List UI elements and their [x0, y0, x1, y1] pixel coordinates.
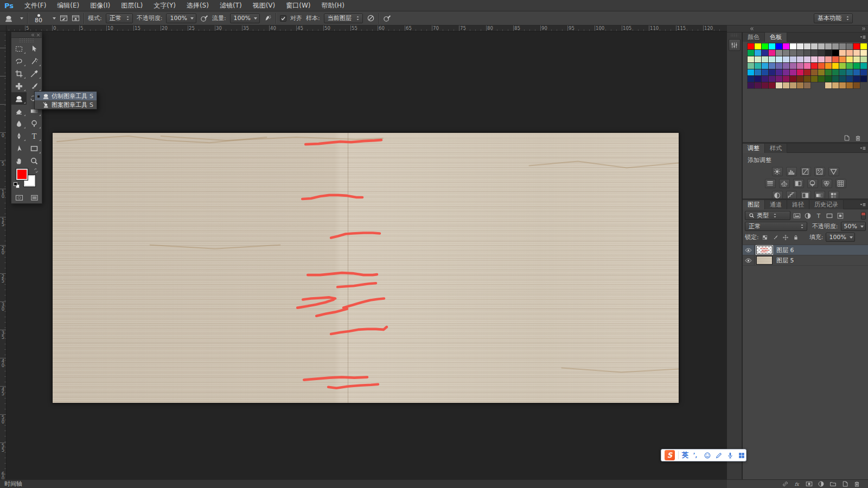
color-swatch[interactable] [797, 56, 803, 62]
color-swatch[interactable] [839, 56, 846, 62]
new-group-button[interactable] [829, 480, 837, 487]
color-swatch[interactable] [790, 43, 796, 49]
ime-grid-icon[interactable] [738, 452, 745, 459]
menu-图像(I)[interactable]: 图像(I) [85, 0, 116, 11]
color-swatch[interactable] [839, 69, 846, 75]
color-swatch[interactable] [755, 50, 761, 56]
adjustment-curves-button[interactable] [800, 167, 811, 176]
airbrush-icon[interactable] [264, 14, 272, 22]
magic-wand-tool[interactable] [27, 55, 42, 67]
workspace-switcher[interactable]: 基本功能 [814, 14, 853, 23]
brush-preset-picker[interactable]: 80 [31, 12, 46, 24]
color-swatch[interactable] [832, 63, 839, 69]
color-swatch[interactable] [860, 56, 867, 62]
foreground-color-swatch[interactable] [16, 169, 28, 180]
color-swatch[interactable] [825, 63, 832, 69]
panel-grip[interactable] [730, 34, 738, 37]
color-swatch[interactable] [853, 43, 860, 49]
color-swatch[interactable] [853, 50, 860, 56]
color-swatch[interactable] [748, 63, 754, 69]
pressure-opacity-icon[interactable] [200, 14, 208, 22]
color-swatch[interactable] [748, 82, 754, 88]
color-swatch[interactable] [783, 43, 789, 49]
timeline-tab[interactable]: 时间轴 [4, 480, 22, 488]
color-swatch[interactable] [818, 63, 825, 69]
adjustment-levels-button[interactable] [786, 167, 797, 176]
panel-menu-button[interactable] [859, 145, 866, 152]
color-swatch[interactable] [811, 50, 818, 56]
rectangle-tool[interactable] [27, 142, 42, 155]
move-tool[interactable] [27, 42, 42, 55]
color-swatch[interactable] [776, 43, 782, 49]
path-selection-tool[interactable] [11, 142, 27, 155]
color-swatch[interactable] [839, 50, 846, 56]
color-swatch[interactable] [797, 69, 803, 75]
layer-thumbnail[interactable] [756, 246, 773, 254]
close-panel-icon[interactable] [36, 33, 40, 37]
ime-pencil-icon[interactable] [715, 452, 723, 459]
adjustment-brightness-contrast-button[interactable] [772, 167, 783, 176]
color-swatch[interactable] [825, 76, 832, 82]
default-colors-icon[interactable] [14, 182, 20, 189]
color-swatch[interactable] [846, 76, 853, 82]
color-swatch[interactable] [769, 63, 775, 69]
lock-image-pixels[interactable] [772, 234, 778, 241]
color-swatch[interactable] [762, 69, 768, 75]
menu-帮助(H)[interactable]: 帮助(H) [316, 0, 349, 11]
zoom-tool[interactable] [27, 155, 42, 167]
color-swatch[interactable] [839, 76, 846, 82]
color-swatch[interactable] [860, 43, 867, 49]
color-swatch[interactable] [832, 50, 839, 56]
eyedropper-tool[interactable] [27, 67, 42, 80]
lock-all[interactable] [793, 234, 799, 241]
panel-grip[interactable] [19, 38, 34, 42]
rectangular-marquee-tool[interactable] [11, 42, 27, 55]
color-swatch[interactable] [790, 69, 796, 75]
flow-field[interactable]: 100% [230, 14, 260, 23]
ime-comma-icon[interactable]: ’, [692, 452, 700, 459]
blend-mode-select[interactable]: 正常 [106, 14, 133, 23]
menu-视图(V)[interactable]: 视图(V) [247, 0, 281, 11]
color-swatch[interactable] [769, 43, 775, 49]
color-swatch[interactable] [762, 43, 768, 49]
tab-色板[interactable]: 色板 [765, 33, 787, 42]
color-swatch[interactable] [853, 63, 860, 69]
color-swatch[interactable] [853, 82, 860, 88]
color-swatch[interactable] [748, 69, 754, 75]
brush-tool[interactable] [27, 80, 42, 92]
filtering-toggle[interactable] [861, 212, 866, 220]
color-swatch[interactable] [755, 76, 761, 82]
add-layer-mask-button[interactable] [806, 480, 813, 487]
tool-preset-icon[interactable] [4, 14, 13, 23]
color-swatch[interactable] [762, 63, 768, 69]
pressure-size-icon[interactable] [383, 14, 391, 22]
color-swatch[interactable] [790, 82, 796, 88]
filter-smart-objects[interactable] [837, 212, 844, 220]
crop-tool[interactable] [11, 67, 27, 80]
color-swatch[interactable] [762, 50, 768, 56]
color-swatch[interactable] [839, 43, 846, 49]
tab-路径[interactable]: 路径 [787, 200, 809, 209]
toggle-clone-source-panel-button[interactable] [72, 14, 80, 22]
lasso-tool[interactable] [11, 55, 27, 67]
color-swatch[interactable] [832, 56, 839, 62]
new-swatch-button[interactable] [843, 134, 850, 142]
hand-tool[interactable] [11, 155, 27, 167]
aligned-checkbox[interactable] [280, 15, 286, 22]
panel-menu-button[interactable] [859, 34, 866, 41]
clone-stamp-tool[interactable] [11, 92, 27, 105]
color-swatch[interactable] [755, 82, 761, 88]
filter-shape-layers[interactable] [826, 212, 833, 220]
color-swatch[interactable] [818, 43, 825, 49]
color-swatch[interactable] [860, 63, 867, 69]
color-swatch[interactable] [769, 82, 775, 88]
type-tool[interactable]: T [27, 130, 42, 142]
color-swatch[interactable] [755, 69, 761, 75]
color-swatch[interactable] [797, 76, 803, 82]
color-swatch[interactable] [790, 63, 796, 69]
color-swatch[interactable] [776, 63, 782, 69]
color-swatch[interactable] [853, 76, 860, 82]
color-swatch[interactable] [790, 50, 796, 56]
layer-visibility-toggle[interactable] [743, 255, 755, 265]
eraser-tool[interactable] [11, 105, 27, 117]
